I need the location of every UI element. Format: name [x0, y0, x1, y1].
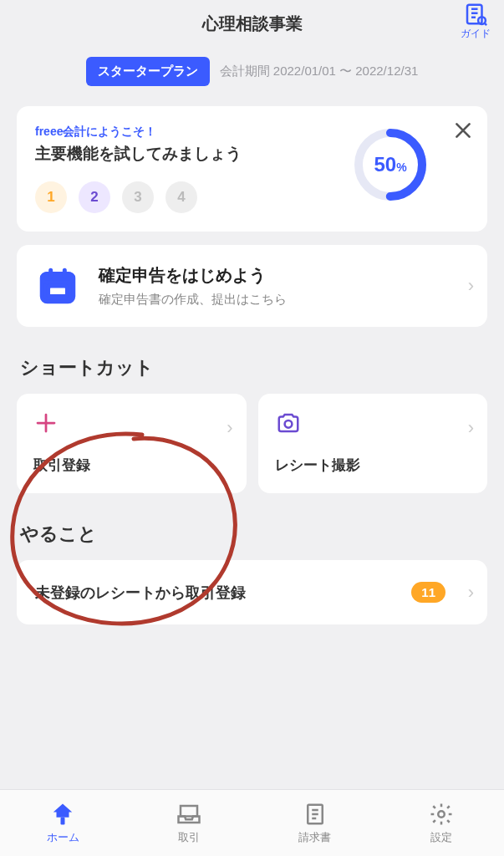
svg-rect-5 [42, 273, 74, 282]
guide-icon [463, 2, 488, 27]
tax-filing-card[interactable]: 確定申告をはじめよう 確定申告書の作成、提出はこちら › [17, 245, 487, 327]
step-1[interactable]: 1 [35, 181, 67, 213]
shortcut-label: レシート撮影 [275, 456, 471, 475]
tab-label: 取引 [178, 830, 200, 845]
shortcuts-heading: ショートカット [20, 355, 484, 380]
camera-icon [275, 410, 302, 436]
step-2[interactable]: 2 [79, 181, 110, 213]
progress-ring: 50% [352, 126, 429, 203]
svg-rect-8 [61, 817, 65, 824]
document-icon [303, 802, 328, 827]
page-title: 心理相談事業 [202, 13, 303, 35]
chevron-right-icon: › [468, 275, 474, 297]
app-header: 心理相談事業 ガイド [0, 0, 504, 47]
tax-title: 確定申告をはじめよう [99, 264, 287, 287]
plan-row: スタータープラン 会計期間 2022/01/01 〜 2022/12/31 [0, 47, 504, 106]
tab-label: 設定 [430, 830, 452, 845]
shortcut-label: 取引登録 [33, 456, 230, 475]
tab-home[interactable]: ホーム [0, 790, 126, 856]
bottom-tab-bar: ホーム 取引 請求書 設定 [0, 789, 504, 856]
calendar-icon [35, 263, 80, 308]
todo-label: 未登録のレシートから取引登録 [35, 583, 411, 603]
tray-icon [176, 802, 201, 827]
svg-point-7 [284, 420, 292, 428]
guide-label: ガイド [461, 27, 491, 41]
todo-heading: やること [20, 522, 484, 547]
progress-value: 50 [374, 153, 396, 176]
accounting-period: 会計期間 2022/01/01 〜 2022/12/31 [220, 64, 419, 79]
todo-count-badge: 11 [411, 582, 445, 603]
plan-badge[interactable]: スタータープラン [86, 57, 210, 86]
chevron-right-icon: › [468, 582, 474, 604]
tab-invoices[interactable]: 請求書 [252, 790, 379, 856]
shortcut-row: › 取引登録 › レシート撮影 [17, 394, 487, 493]
shortcut-receipt-photo[interactable]: › レシート撮影 [258, 394, 488, 493]
tab-transactions[interactable]: 取引 [126, 790, 252, 856]
welcome-card[interactable]: freee会計にようこそ！ 主要機能を試してみましょう 1 2 3 4 50% [17, 106, 487, 232]
guide-button[interactable]: ガイド [461, 2, 491, 41]
tab-label: ホーム [47, 830, 79, 845]
close-icon [452, 120, 474, 141]
step-4[interactable]: 4 [165, 181, 197, 213]
tax-subtitle: 確定申告書の作成、提出はこちら [99, 292, 287, 308]
tab-label: 請求書 [298, 830, 331, 845]
plus-icon [33, 410, 59, 436]
svg-rect-6 [48, 286, 68, 297]
home-icon [50, 802, 75, 827]
step-3[interactable]: 3 [122, 181, 154, 213]
tab-settings[interactable]: 設定 [378, 790, 504, 856]
close-button[interactable] [452, 120, 474, 145]
svg-point-10 [438, 811, 445, 818]
gear-icon [429, 802, 454, 827]
chevron-right-icon: › [468, 417, 474, 439]
chevron-right-icon: › [227, 417, 232, 439]
todo-item-receipts[interactable]: 未登録のレシートから取引登録 11 › [17, 560, 487, 624]
progress-unit: % [396, 160, 406, 174]
shortcut-register-transaction[interactable]: › 取引登録 [17, 394, 247, 493]
